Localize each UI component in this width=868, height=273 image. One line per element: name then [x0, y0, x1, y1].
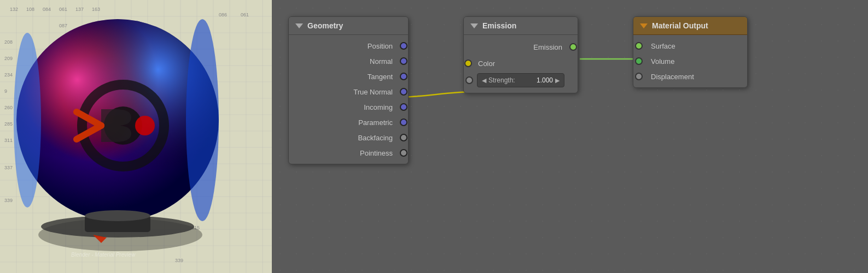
- strength-increase-arrow[interactable]: ▶: [555, 77, 560, 84]
- material-volume-socket[interactable]: [635, 57, 643, 65]
- geometry-pointiness-label: Pointiness: [360, 149, 393, 157]
- svg-text:337: 337: [4, 165, 13, 170]
- geometry-normal-socket[interactable]: [400, 57, 407, 65]
- geometry-incoming-row: Incoming: [289, 99, 408, 115]
- svg-point-60: [14, 33, 41, 207]
- geometry-pointiness-socket[interactable]: [400, 149, 407, 157]
- emission-node-header[interactable]: Emission: [464, 17, 578, 35]
- emission-output-label: Emission: [533, 43, 562, 51]
- emission-collapse-triangle[interactable]: [470, 23, 478, 28]
- svg-point-63: [135, 116, 155, 135]
- svg-text:208: 208: [4, 39, 13, 45]
- geometry-truenormal-row: True Normal: [289, 84, 408, 99]
- node-editor: Geometry Position Normal Tangent True No…: [272, 0, 868, 273]
- emission-node: Emission Emission Color: [463, 16, 578, 93]
- material-displacement-label: Displacement: [651, 73, 694, 81]
- svg-text:339: 339: [4, 198, 13, 203]
- emission-node-body: Emission Color ◀ Strength: 1.000: [464, 35, 578, 93]
- emission-color-row: Color: [464, 56, 578, 71]
- material-displacement-row: Displacement: [633, 69, 747, 84]
- geometry-truenormal-socket[interactable]: [400, 88, 407, 96]
- svg-text:061: 061: [59, 7, 67, 12]
- material-surface-socket[interactable]: [635, 42, 643, 50]
- svg-text:339: 339: [175, 258, 183, 263]
- geometry-node-body: Position Normal Tangent True Normal Inco: [289, 35, 408, 164]
- emission-node-card: Emission Emission Color: [463, 16, 578, 93]
- geometry-position-socket[interactable]: [400, 42, 407, 50]
- emission-strength-field[interactable]: ◀ Strength: 1.000 ▶: [477, 73, 564, 87]
- geometry-backfacing-row: Backfacing: [289, 130, 408, 145]
- svg-point-68: [85, 210, 150, 221]
- material-volume-label: Volume: [651, 57, 674, 66]
- material-output-collapse-triangle[interactable]: [640, 23, 648, 28]
- geometry-backfacing-socket[interactable]: [400, 134, 407, 141]
- geometry-parametric-socket[interactable]: [400, 118, 407, 126]
- geometry-position-label: Position: [368, 42, 393, 50]
- geometry-backfacing-label: Backfacing: [358, 134, 393, 142]
- geometry-parametric-label: Parametric: [358, 118, 393, 127]
- svg-text:137: 137: [75, 7, 84, 12]
- geometry-truenormal-label: True Normal: [353, 88, 393, 96]
- geometry-node: Geometry Position Normal Tangent True No…: [288, 16, 409, 164]
- material-surface-row: Surface: [633, 38, 747, 54]
- emission-color-label: Color: [478, 60, 495, 68]
- svg-text:061: 061: [241, 12, 249, 17]
- geometry-node-header[interactable]: Geometry: [289, 17, 408, 35]
- material-output-node-body: Surface Volume Displacement: [633, 35, 747, 87]
- emission-node-title: Emission: [482, 21, 516, 30]
- geometry-tangent-row: Tangent: [289, 69, 408, 84]
- svg-text:9: 9: [4, 88, 7, 94]
- material-surface-label: Surface: [651, 42, 675, 50]
- material-output-node-header[interactable]: Material Output: [633, 17, 747, 35]
- geometry-normal-row: Normal: [289, 54, 408, 69]
- svg-text:209: 209: [4, 56, 13, 61]
- geometry-tangent-socket[interactable]: [400, 73, 407, 80]
- geometry-tangent-label: Tangent: [368, 73, 393, 81]
- svg-text:285: 285: [4, 121, 13, 127]
- strength-decrease-arrow[interactable]: ◀: [482, 77, 486, 84]
- geometry-normal-label: Normal: [370, 57, 393, 66]
- strength-field-label: Strength:: [488, 76, 534, 84]
- geometry-collapse-triangle[interactable]: [295, 23, 303, 28]
- emission-strength-socket[interactable]: [465, 76, 473, 84]
- svg-point-59: [186, 19, 219, 221]
- material-output-node: Material Output Surface Volume Displacem…: [633, 16, 748, 88]
- svg-text:260: 260: [4, 105, 13, 110]
- material-volume-row: Volume: [633, 54, 747, 69]
- emission-output-socket[interactable]: [569, 43, 577, 51]
- material-output-node-card: Material Output Surface Volume Displacem…: [633, 16, 748, 88]
- geometry-node-title: Geometry: [307, 21, 343, 30]
- geometry-node-card: Geometry Position Normal Tangent True No…: [288, 16, 409, 164]
- svg-text:084: 084: [43, 7, 51, 12]
- svg-text:132: 132: [10, 7, 18, 12]
- geometry-position-row: Position: [289, 38, 408, 54]
- geometry-incoming-label: Incoming: [364, 103, 393, 111]
- emission-color-socket[interactable]: [464, 60, 472, 67]
- emission-strength-row: ◀ Strength: 1.000 ▶: [464, 71, 578, 90]
- geometry-pointiness-row: Pointiness: [289, 145, 408, 161]
- render-preview: 132108084 061087 137163 208209 2349 2602…: [0, 0, 272, 273]
- svg-text:234: 234: [4, 72, 13, 78]
- emission-output-row: Emission: [464, 38, 578, 56]
- svg-text:163: 163: [92, 7, 100, 12]
- svg-text:087: 087: [59, 23, 67, 28]
- svg-text:086: 086: [219, 12, 227, 17]
- strength-field-value: 1.000: [537, 76, 553, 84]
- geometry-incoming-socket[interactable]: [400, 103, 407, 111]
- material-output-node-title: Material Output: [652, 21, 708, 30]
- geometry-parametric-row: Parametric: [289, 115, 408, 130]
- svg-text:Blender - Material Preview: Blender - Material Preview: [71, 252, 136, 258]
- material-displacement-socket[interactable]: [635, 73, 643, 80]
- svg-text:311: 311: [4, 138, 13, 143]
- svg-text:108: 108: [26, 7, 34, 12]
